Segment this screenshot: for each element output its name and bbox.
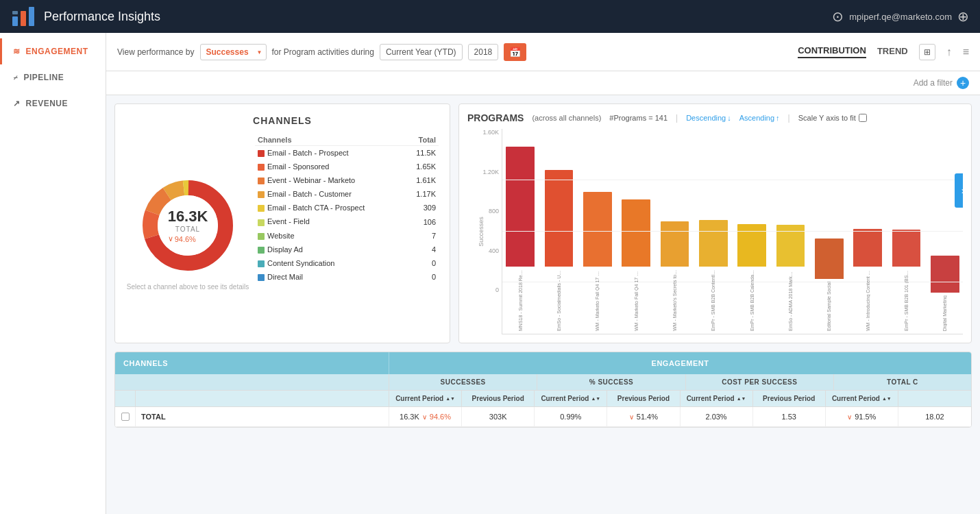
toolbar-left: View performance by Successes for Progra…	[117, 43, 526, 61]
sort-up-icon: ↑	[776, 114, 780, 122]
channel-name: Display Ad	[255, 243, 405, 256]
donut-area: 16.3K TOTAL ∨ 94.6% Select a channel abo…	[126, 134, 249, 332]
bar-column[interactable]: WM - Introducing Content AI - USA - Jan …	[850, 229, 885, 331]
bar-label: WM - Marketo Fall Q4 17 Release - USA - …	[634, 269, 639, 331]
engagement-icon: ≋	[13, 47, 21, 56]
next-page-button[interactable]: ›	[955, 173, 963, 208]
channel-row[interactable]: Website 7	[255, 229, 439, 243]
channel-row[interactable]: Email - Batch - Prospect 11.5K	[255, 146, 439, 160]
col-successes-previous: Previous Period	[462, 391, 535, 406]
export-button[interactable]: ↑	[946, 46, 952, 58]
svg-rect-1	[21, 11, 26, 26]
bar	[815, 238, 844, 279]
filter-settings-button[interactable]: ≡	[963, 46, 969, 58]
bar-column[interactable]: Editorial Sample Social	[811, 238, 847, 331]
bar-label: WM - Marketo Fall Q4 17 Release - USA - …	[595, 269, 600, 331]
donut-pct: ∨ 94.6%	[168, 234, 208, 243]
bar-column[interactable]: EmPr - SMB B2B 101 (BS 6-49) - USA - Jan…	[888, 230, 924, 331]
subheader-total: TOTAL C	[834, 374, 971, 390]
channel-row[interactable]: Email - Batch - Customer 1.17K	[255, 187, 439, 201]
row-checkbox[interactable]	[115, 407, 136, 426]
col-sort-icon3[interactable]: ▲▼	[737, 396, 746, 402]
calendar-button[interactable]: 📅	[504, 43, 526, 61]
nav-menu-icon[interactable]: ⊕	[957, 8, 969, 25]
scale-fit-label: Scale Y axis to fit	[798, 114, 856, 122]
period-label: Current Year (YTD)	[380, 44, 463, 60]
channel-row[interactable]: Event - Field 106	[255, 215, 439, 228]
channel-name: Email - Batch CTA - Prospect	[255, 201, 405, 215]
table-header-engagement: ENGAGEMENT	[389, 352, 971, 374]
channel-value: 7	[405, 229, 439, 243]
row-pct-previous: ∨ 51.4%	[607, 407, 680, 426]
programs-count: #Programs = 141	[609, 114, 667, 122]
col-pct-current-label: Current Period	[541, 395, 589, 402]
channels-table: Channels Total Email - Batch - Prospect …	[255, 134, 439, 284]
sidebar-item-label: REVENUE	[26, 99, 69, 108]
row-cost-prev: 18.02	[898, 407, 971, 426]
channel-value: 309	[405, 201, 439, 215]
chart-area: Successes 1.60K 1.20K 800 400 0	[467, 129, 963, 334]
grid-line-2	[502, 231, 963, 232]
tab-contribution[interactable]: CONTRIBUTION	[798, 45, 866, 58]
channel-row[interactable]: Direct Mail 0	[255, 270, 439, 284]
checkbox-total[interactable]	[121, 413, 130, 421]
user-icon: ⊙	[832, 8, 844, 25]
cost-pct-val: 91.5%	[855, 413, 876, 421]
add-filter-button[interactable]: +	[957, 77, 969, 89]
bar-column[interactable]: WM - Marketo Fall Q4 17 Release - USA - …	[580, 192, 615, 331]
bar-label: EmSo - ADMA 2018 Marketing Predictions -…	[788, 269, 793, 331]
table-subheader: SUCCESSES % SUCCESS COST PER SUCCESS TOT…	[115, 374, 971, 391]
sidebar-item-pipeline[interactable]: ⌿ PIPELINE	[0, 64, 106, 90]
grid-view-button[interactable]: ⊞	[919, 44, 935, 60]
channel-row[interactable]: Content Syndication 0	[255, 256, 439, 270]
bar-column[interactable]: EmSo - ADMA 2018 Marketing Predictions -…	[772, 225, 808, 331]
subheader-empty	[115, 374, 389, 390]
col-channels-header: Channels	[255, 134, 405, 146]
row-cost-current: 1.53	[753, 407, 826, 426]
bar-label: EmPr - SMB B2B Contentland Infographic (…	[711, 269, 715, 331]
bar-label: Digital Marketing	[942, 295, 947, 331]
channel-value: 1.65K	[405, 160, 439, 173]
successes-pct-change: 94.6%	[430, 413, 451, 421]
channel-name: Email - Batch - Prospect	[255, 146, 405, 160]
col-sort-icon[interactable]: ▲▼	[445, 396, 455, 402]
channels-panel: CHANNELS	[114, 103, 450, 343]
filter-bar: Add a filter +	[106, 71, 980, 95]
col-sort-icon2[interactable]: ▲▼	[591, 396, 600, 402]
successes-select[interactable]: Successes	[200, 44, 267, 60]
scale-fit-checkbox[interactable]	[859, 114, 867, 122]
col-successes-current: Current Period ▲▼	[389, 391, 462, 406]
col-cost-current: Current Period ▲▼	[681, 391, 753, 406]
donut-chart: 16.3K TOTAL ∨ 94.6%	[136, 174, 239, 277]
layout: ≋ ENGAGEMENT ⌿ PIPELINE ↗ REVENUE View p…	[0, 33, 980, 514]
donut-label: TOTAL	[168, 225, 208, 233]
bar-column[interactable]: EmPr - SMB B2B Calendar (BS < 6) - USA -…	[734, 224, 770, 331]
channel-row[interactable]: Display Ad 4	[255, 243, 439, 256]
sort-down-icon: ↓	[727, 114, 731, 122]
channel-row[interactable]: Event - Webinar - Marketo 1.61K	[255, 173, 439, 187]
sidebar-item-engagement[interactable]: ≋ ENGAGEMENT	[0, 38, 106, 64]
channel-row[interactable]: Email - Sponsored 1.65K	[255, 160, 439, 173]
bar-column[interactable]: EmSo - Socialmedialis - USA - Dec 2017	[541, 170, 576, 331]
sidebar-item-label: PIPELINE	[24, 73, 64, 82]
channel-value: 4	[405, 243, 439, 256]
sidebar-item-revenue[interactable]: ↗ REVENUE	[0, 90, 106, 117]
sort-descending-btn[interactable]: Descending ↓	[686, 114, 731, 122]
sort-ascending-btn[interactable]: Ascending ↑	[739, 114, 780, 122]
bar-column[interactable]: WM - Marketo's Secrets to Social Media M…	[657, 221, 692, 331]
bars-area: MNS18 - Summit 2018 Review Announcement …	[502, 129, 963, 334]
programs-sub: (across all channels)	[532, 114, 601, 122]
col-sort-icon4[interactable]: ▲▼	[882, 396, 892, 402]
bar-column[interactable]: WM - Marketo Fall Q4 17 Release - USA - …	[618, 199, 654, 331]
for-label: for Program activities during	[272, 47, 374, 57]
bar-column[interactable]: EmPr - SMB B2B Contentland Infographic (…	[696, 220, 731, 331]
table-data-row-total: TOTAL 16.3K ∨ 94.6% 303K 0.99% ∨ 51.4% 2…	[115, 407, 971, 427]
bar-column[interactable]: Digital Marketing	[927, 256, 963, 331]
bar	[661, 221, 689, 267]
tab-trend[interactable]: TREND	[877, 46, 908, 58]
channel-name: Content Syndication	[255, 256, 405, 270]
successes-select-wrapper[interactable]: Successes	[200, 44, 267, 60]
grid-line-3	[502, 180, 963, 180]
bar-column[interactable]: MNS18 - Summit 2018 Review Announcement …	[502, 147, 538, 331]
channel-row[interactable]: Email - Batch CTA - Prospect 309	[255, 201, 439, 215]
